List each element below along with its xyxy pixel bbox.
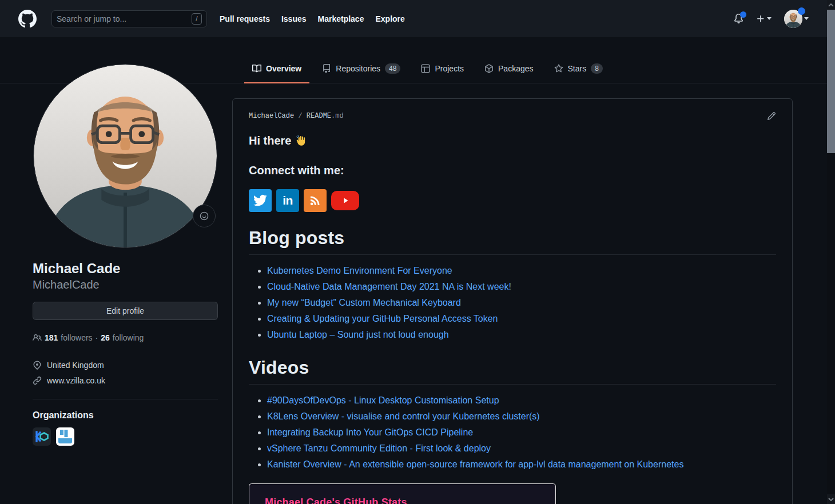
profile-avatar[interactable] (34, 65, 217, 247)
tab-packages[interactable]: Packages (476, 55, 541, 83)
blog-post-item: Creating & Updating your GitHub Personal… (267, 312, 776, 326)
youtube-play-icon (341, 196, 350, 205)
chevron-down-icon (828, 498, 834, 501)
notifications-button[interactable] (734, 14, 743, 23)
linkedin-in-icon: in (283, 194, 293, 207)
blog-post-link[interactable]: Ubuntu Laptop – Sound just not loud enou… (267, 330, 449, 339)
profile-sidebar: Michael Cade MichaelCade Edit profile 18… (33, 65, 218, 446)
pencil-icon (767, 111, 776, 121)
avatar-notification-dot (798, 7, 805, 15)
twitter-bird-icon (253, 193, 268, 208)
video-item: K8Lens Overview - visualise and control … (267, 410, 776, 423)
org-avatar-vzilla[interactable] (56, 427, 74, 446)
slash-key-hint: / (192, 13, 202, 25)
top-navbar: Search or jump to... / Pull requestsIssu… (0, 0, 827, 37)
blog-post-link[interactable]: Creating & Updating your GitHub Personal… (267, 314, 498, 323)
followers-following-link[interactable]: 181 followers · 26 following (33, 333, 218, 342)
blog-post-item: Cloud-Native Data Management Day 2021 NA… (267, 280, 776, 294)
search-input[interactable]: Search or jump to... / (51, 10, 207, 27)
org-avatar-kasten[interactable] (33, 427, 51, 446)
edit-profile-button[interactable]: Edit profile (33, 302, 218, 320)
vertical-scrollbar (827, 0, 835, 504)
repo-icon (322, 64, 331, 73)
notification-dot (740, 11, 746, 18)
connect-heading: Connect with me: (249, 164, 776, 177)
tab-projects[interactable]: Projects (413, 55, 472, 83)
youtube-link[interactable] (331, 191, 359, 210)
scrollbar-thumb[interactable] (827, 10, 835, 153)
video-item: Integrating Backup Into Your GitOps CICD… (267, 426, 776, 439)
set-status-button[interactable] (193, 205, 216, 227)
video-item: Kanister Overview - An extensible open-s… (267, 458, 776, 471)
github-logo[interactable] (18, 10, 37, 28)
organizations-heading: Organizations (33, 410, 218, 421)
package-box-icon (484, 64, 494, 73)
breadcrumb-file-link[interactable]: README (307, 112, 331, 120)
video-item: vSphere Tanzu Community Edition - First … (267, 442, 776, 455)
header-right (734, 10, 809, 28)
tab-repositories[interactable]: Repositories 48 (314, 55, 408, 83)
website-link[interactable]: www.vzilla.co.uk (47, 376, 105, 385)
edit-readme-button[interactable] (767, 111, 776, 121)
book-icon (252, 64, 261, 73)
tab-stars[interactable]: Stars 8 (546, 55, 611, 83)
twitter-link[interactable] (249, 189, 272, 212)
wave-hand-icon (295, 135, 307, 147)
videos-heading: Videos (249, 357, 776, 385)
scrollbar-down-button[interactable] (827, 494, 835, 504)
scrollbar-up-button[interactable] (827, 0, 835, 10)
blog-post-link[interactable]: Cloud-Native Data Management Day 2021 NA… (267, 282, 511, 291)
chevron-up-icon (828, 3, 834, 7)
readme-breadcrumb: MichaelCade / README.md (249, 112, 344, 120)
blog-post-item: My new “Budget” Custom Mechanical Keyboa… (267, 296, 776, 310)
plus-icon (756, 14, 765, 23)
video-link[interactable]: Integrating Backup Into Your GitOps CICD… (267, 427, 473, 437)
nav-link[interactable]: Marketplace (318, 14, 364, 23)
primary-nav: Pull requestsIssuesMarketplaceExplore (220, 14, 405, 23)
profile-username: MichaelCade (33, 278, 218, 291)
robot-bucket-logo (56, 427, 74, 446)
nav-link[interactable]: Pull requests (220, 14, 270, 23)
github-stats-card[interactable]: Michael Cade's GitHub Stats (249, 483, 556, 504)
linkedin-link[interactable]: in (276, 189, 299, 212)
social-links-row: in (249, 189, 776, 212)
blog-post-item: Ubuntu Laptop – Sound just not loud enou… (267, 328, 776, 342)
video-link[interactable]: Kanister Overview - An extensible open-s… (267, 459, 683, 469)
caret-down-icon (767, 17, 772, 20)
blog-post-item: Kubernetes Demo Environment For Everyone (267, 264, 776, 278)
location-pin-icon (33, 361, 42, 370)
blog-posts-heading: Blog posts (249, 227, 776, 255)
caret-down-icon (804, 17, 809, 20)
greeting-heading: Hi there (249, 134, 776, 147)
video-link[interactable]: K8Lens Overview - visualise and control … (267, 411, 540, 421)
blog-posts-list: Kubernetes Demo Environment For Everyone… (249, 264, 776, 342)
readme-card: MichaelCade / README.md Hi there Connect… (232, 98, 793, 504)
star-icon (554, 64, 563, 73)
video-link[interactable]: vSphere Tanzu Community Edition - First … (267, 443, 491, 453)
sidebar-divider (33, 399, 218, 399)
rss-link[interactable] (304, 189, 327, 212)
repo-count-badge: 48 (385, 63, 400, 74)
stars-count-badge: 8 (591, 63, 603, 74)
people-icon (33, 333, 42, 342)
blog-post-link[interactable]: My new “Budget” Custom Mechanical Keyboa… (267, 298, 461, 307)
profile-location: United Kingdom (33, 357, 218, 373)
link-chain-icon (33, 376, 42, 385)
kasten-hexagon-logo (33, 427, 51, 446)
search-placeholder: Search or jump to... (57, 14, 192, 23)
github-stats-title: Michael Cade's GitHub Stats (265, 497, 540, 504)
video-link[interactable]: #90DaysOfDevOps - Linux Desktop Customis… (267, 395, 499, 405)
rss-feed-icon (308, 194, 322, 207)
create-new-button[interactable] (756, 14, 772, 23)
blog-post-link[interactable]: Kubernetes Demo Environment For Everyone (267, 266, 452, 275)
video-item: #90DaysOfDevOps - Linux Desktop Customis… (267, 394, 776, 407)
profile-name: Michael Cade (33, 260, 218, 277)
nav-link[interactable]: Explore (375, 14, 404, 23)
smiley-icon (200, 211, 209, 221)
videos-list: #90DaysOfDevOps - Linux Desktop Customis… (249, 394, 776, 471)
user-menu-button[interactable] (784, 10, 809, 28)
breadcrumb-user-link[interactable]: MichaelCade (249, 112, 294, 120)
nav-link[interactable]: Issues (281, 14, 307, 23)
project-table-icon (421, 64, 430, 73)
tab-overview[interactable]: Overview (244, 55, 309, 83)
